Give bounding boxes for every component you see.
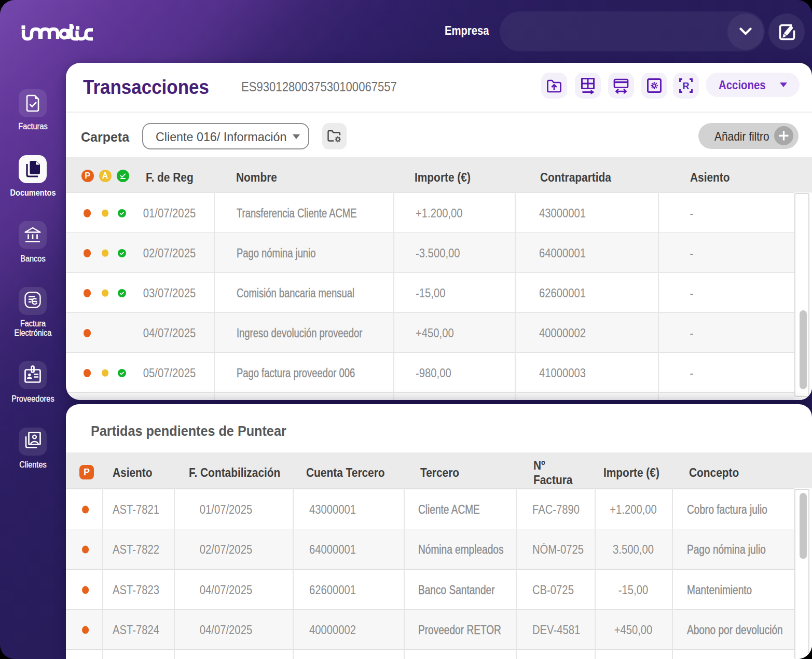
svg-text:R: R bbox=[683, 81, 690, 91]
